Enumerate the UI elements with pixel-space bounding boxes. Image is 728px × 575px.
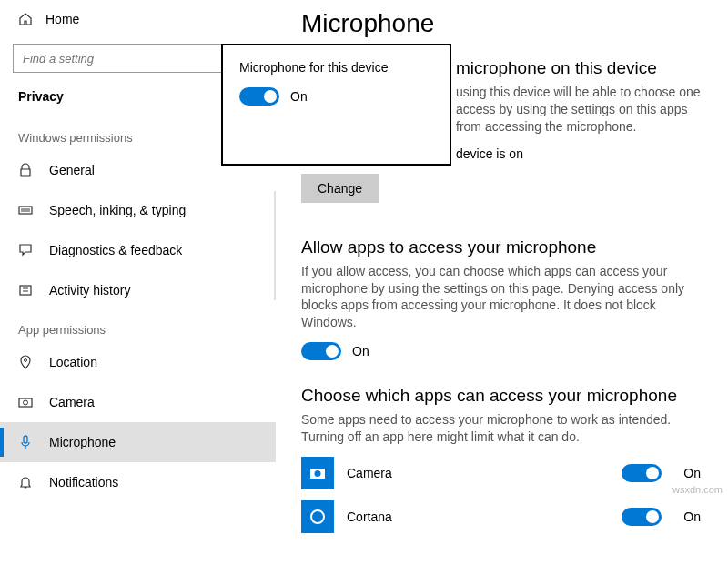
app-row-cortana: Cortana On xyxy=(301,500,701,533)
home-label: Home xyxy=(46,12,79,26)
sidebar-item-location[interactable]: Location xyxy=(0,342,276,382)
app-toggle-camera[interactable] xyxy=(622,464,662,482)
sidebar-item-notifications[interactable]: Notifications xyxy=(0,462,276,502)
page-title: Microphone xyxy=(301,9,701,38)
svg-point-8 xyxy=(24,400,28,405)
app-icon-cortana xyxy=(301,500,334,533)
feedback-icon xyxy=(18,243,33,257)
app-icon-camera xyxy=(301,457,334,489)
allow-apps-toggle[interactable] xyxy=(301,342,341,360)
popup-toggle[interactable] xyxy=(239,87,279,106)
app-toggle-cortana[interactable] xyxy=(622,508,662,526)
allow-apps-toggle-row: On xyxy=(301,342,701,360)
nav-label: Notifications xyxy=(49,475,118,489)
section-choose-apps-title: Choose which apps can access your microp… xyxy=(301,386,701,406)
nav-label: Camera xyxy=(49,395,95,409)
allow-apps-toggle-label: On xyxy=(352,344,369,358)
bell-icon xyxy=(18,475,33,489)
history-icon xyxy=(18,283,33,298)
nav-label: Diagnostics & feedback xyxy=(49,243,182,257)
app-name: Cortana xyxy=(347,509,622,524)
microphone-icon xyxy=(18,435,33,449)
nav-label: Location xyxy=(49,355,97,369)
app-toggle-label: On xyxy=(683,509,701,524)
app-toggle-label: On xyxy=(683,466,701,480)
nav-label: Activity history xyxy=(49,283,130,298)
section-allow-apps-desc: If you allow access, you can choose whic… xyxy=(301,263,701,332)
svg-rect-3 xyxy=(20,286,31,295)
app-row-camera: Camera On xyxy=(301,457,701,489)
svg-rect-0 xyxy=(19,207,32,214)
app-name: Camera xyxy=(347,466,622,480)
group-app-permissions: App permissions xyxy=(0,310,276,342)
sidebar-item-diagnostics[interactable]: Diagnostics & feedback xyxy=(0,230,276,270)
location-icon xyxy=(18,355,33,369)
watermark: wsxdn.com xyxy=(672,484,723,495)
lock-icon xyxy=(18,163,33,177)
keyboard-icon xyxy=(18,203,33,217)
sidebar-item-camera[interactable]: Camera xyxy=(0,382,276,422)
nav-label: Speech, inking, & typing xyxy=(49,203,186,217)
popup-toggle-label: On xyxy=(290,89,308,104)
nav-label: Microphone xyxy=(49,435,116,449)
change-button[interactable]: Change xyxy=(301,174,379,203)
popup-toggle-row: On xyxy=(239,87,433,106)
home-nav[interactable]: Home xyxy=(0,0,276,38)
nav-label: General xyxy=(49,163,95,177)
sidebar-item-activity[interactable]: Activity history xyxy=(0,270,276,310)
svg-point-11 xyxy=(315,470,321,477)
svg-point-6 xyxy=(25,359,27,362)
svg-rect-7 xyxy=(19,398,32,407)
sidebar-item-microphone[interactable]: Microphone xyxy=(0,422,276,462)
popup-title: Microphone for this device xyxy=(239,60,433,75)
microphone-device-popup: Microphone for this device On xyxy=(221,44,451,166)
home-icon xyxy=(18,12,33,26)
svg-rect-9 xyxy=(24,436,27,443)
camera-icon xyxy=(18,395,33,409)
sidebar-item-speech[interactable]: Speech, inking, & typing xyxy=(0,190,276,230)
section-choose-apps-desc: Some apps need to access your microphone… xyxy=(301,411,701,446)
section-allow-apps-title: Allow apps to access your microphone xyxy=(301,237,701,257)
